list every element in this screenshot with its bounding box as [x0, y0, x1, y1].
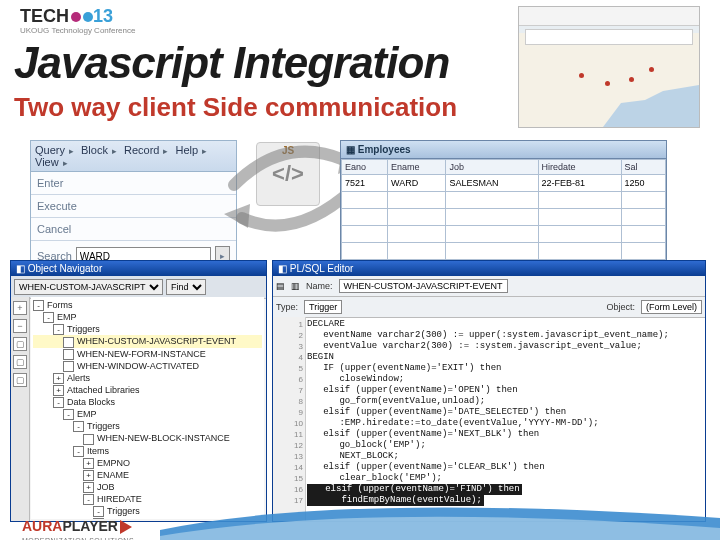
tree-node-label: Items — [87, 446, 109, 456]
node-icon[interactable] — [63, 349, 74, 360]
tree-node[interactable]: +ENAME — [33, 469, 262, 481]
employees-table: EanoEnameJobHiredateSal 7521WARDSALESMAN… — [341, 159, 666, 260]
menu-view[interactable]: View — [35, 156, 59, 168]
expand-icon[interactable]: + — [83, 470, 94, 481]
cell[interactable] — [538, 226, 621, 243]
expand-icon[interactable]: - — [53, 397, 64, 408]
toolbar-icon[interactable]: ▥ — [291, 281, 300, 291]
cell[interactable] — [538, 209, 621, 226]
cell[interactable]: WARD — [388, 175, 446, 192]
tree-node[interactable]: -Triggers — [33, 420, 262, 432]
cell[interactable] — [388, 226, 446, 243]
cell[interactable] — [538, 192, 621, 209]
tree-node[interactable]: -Items — [33, 445, 262, 457]
expand-icon[interactable]: - — [53, 324, 64, 335]
cell[interactable] — [446, 209, 538, 226]
cell[interactable] — [621, 209, 665, 226]
tree-node[interactable]: +Attached Libraries — [33, 384, 262, 396]
cell[interactable]: SALESMAN — [446, 175, 538, 192]
expand-icon[interactable]: - — [33, 300, 44, 311]
menu-query[interactable]: Query — [35, 144, 65, 156]
menu-item-execute[interactable]: Execute — [31, 195, 236, 218]
expand-icon[interactable]: - — [43, 312, 54, 323]
table-row[interactable] — [342, 209, 666, 226]
chevron-down-icon: ▸ — [112, 146, 117, 156]
tree-node[interactable]: +EMPNO — [33, 457, 262, 469]
tree-node[interactable]: WHEN-CUSTOM-JAVASCRIPT-EVENT — [33, 335, 262, 347]
tool-button[interactable]: ▢ — [13, 373, 27, 387]
menu-item-cancel[interactable]: Cancel — [31, 218, 236, 241]
tree-node-label: WHEN-CUSTOM-JAVASCRIPT-EVENT — [77, 336, 236, 346]
menu-block[interactable]: Block — [81, 144, 108, 156]
trigger-name-field[interactable]: WHEN-CUSTOM-JAVASCRIPT-EVENT — [339, 279, 508, 293]
cell[interactable] — [342, 226, 388, 243]
tree-node[interactable]: -Forms — [33, 299, 262, 311]
tree-node[interactable]: +Alerts — [33, 372, 262, 384]
node-icon[interactable] — [63, 361, 74, 372]
type-field[interactable]: Trigger — [304, 300, 342, 314]
cell[interactable] — [446, 226, 538, 243]
cell[interactable] — [621, 192, 665, 209]
cell[interactable] — [538, 243, 621, 260]
tree-node[interactable]: -EMP — [33, 311, 262, 323]
cell[interactable] — [446, 192, 538, 209]
tree-node[interactable]: -EMP — [33, 408, 262, 420]
cell[interactable]: 7521 — [342, 175, 388, 192]
chevron-down-icon: ▸ — [163, 146, 168, 156]
expand-icon[interactable]: + — [53, 373, 64, 384]
expand-icon[interactable]: - — [73, 421, 84, 432]
expand-icon[interactable]: + — [83, 482, 94, 493]
node-icon[interactable] — [83, 434, 94, 445]
table-row[interactable] — [342, 243, 666, 260]
expand-icon[interactable]: - — [93, 506, 104, 517]
plsql-toolbar-2: Type: Trigger Object: (Form Level) — [273, 297, 705, 318]
object-tree[interactable]: -Forms-EMP-TriggersWHEN-CUSTOM-JAVASCRIP… — [31, 297, 264, 519]
expand-icon[interactable]: - — [83, 494, 94, 505]
tree-node[interactable]: WHEN-NEW-BLOCK-INSTANCE — [33, 432, 262, 444]
cell[interactable] — [342, 209, 388, 226]
expand-icon[interactable]: - — [63, 409, 74, 420]
cell[interactable] — [388, 209, 446, 226]
menu-help[interactable]: Help — [176, 144, 199, 156]
tree-node[interactable]: WHEN-WINDOW-ACTIVATED — [33, 360, 262, 372]
tree-node[interactable]: -Data Blocks — [33, 396, 262, 408]
tree-node[interactable]: +JOB — [33, 481, 262, 493]
tree-node[interactable]: WHEN-NEW-FORM-INSTANCE — [33, 348, 262, 360]
code-tag-icon: </> — [272, 161, 304, 187]
cell[interactable] — [388, 243, 446, 260]
name-label: Name: — [306, 281, 333, 291]
tree-node[interactable]: -Triggers — [33, 505, 262, 517]
object-navigator-toolbar: WHEN-CUSTOM-JAVASCRIPT Find — [11, 276, 266, 299]
slide-subtitle: Two way client Side communication — [14, 92, 457, 123]
table-row[interactable] — [342, 192, 666, 209]
expand-button[interactable]: ▢ — [13, 337, 27, 351]
forms-menubar[interactable]: Query▸ Block▸ Record▸ Help▸ View▸ — [31, 141, 236, 172]
expand-icon[interactable]: + — [83, 458, 94, 469]
collapse-button[interactable]: ▢ — [13, 355, 27, 369]
cell[interactable]: 22-FEB-81 — [538, 175, 621, 192]
tree-node[interactable]: -Triggers — [33, 323, 262, 335]
highlighted-line: elsif (upper(eventName)='FIND') then — [307, 484, 522, 495]
cell[interactable] — [446, 243, 538, 260]
object-field[interactable]: (Form Level) — [641, 300, 702, 314]
code-editor[interactable]: DECLARE eventName varchar2(300) := upper… — [305, 317, 705, 521]
cell[interactable] — [342, 192, 388, 209]
cell[interactable]: 1250 — [621, 175, 665, 192]
menu-item-enter[interactable]: Enter — [31, 172, 236, 195]
tree-node[interactable]: -HIREDATE — [33, 493, 262, 505]
cell[interactable] — [388, 192, 446, 209]
cell[interactable] — [342, 243, 388, 260]
node-icon[interactable] — [63, 337, 74, 348]
toolbar-icon[interactable]: ▤ — [276, 281, 285, 291]
cell[interactable] — [621, 243, 665, 260]
remove-button[interactable]: − — [13, 319, 27, 333]
trigger-dropdown[interactable]: WHEN-CUSTOM-JAVASCRIPT — [14, 279, 163, 295]
expand-icon[interactable]: - — [73, 446, 84, 457]
menu-record[interactable]: Record — [124, 144, 159, 156]
find-dropdown[interactable]: Find — [166, 279, 206, 295]
add-button[interactable]: + — [13, 301, 27, 315]
expand-icon[interactable]: + — [53, 385, 64, 396]
table-row[interactable] — [342, 226, 666, 243]
cell[interactable] — [621, 226, 665, 243]
table-row[interactable]: 7521WARDSALESMAN22-FEB-811250 — [342, 175, 666, 192]
